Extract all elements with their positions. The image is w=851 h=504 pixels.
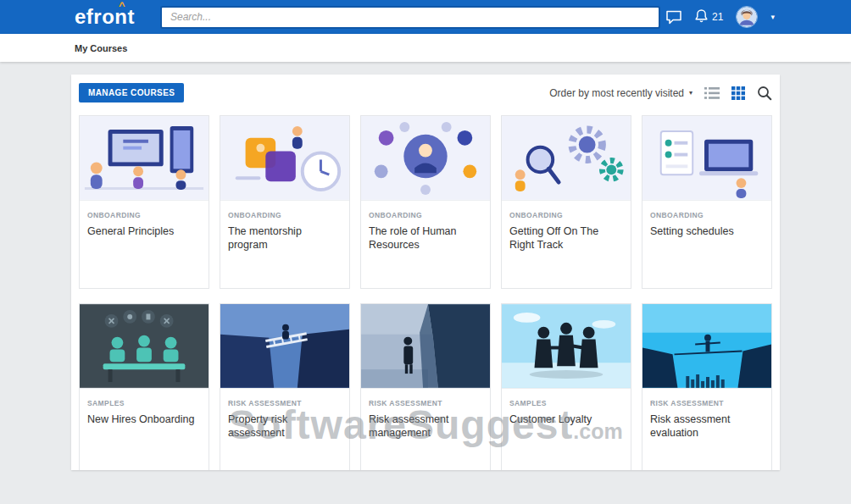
course-card[interactable]: RISK ASSESSMENTProperty risk assessment bbox=[220, 303, 350, 470]
manage-courses-button[interactable]: MANAGE COURSES bbox=[79, 83, 184, 102]
notification-count: 21 bbox=[712, 11, 723, 23]
course-category: ONBOARDING bbox=[650, 211, 764, 219]
top-bar: efront ^ 21 ▾ bbox=[0, 0, 851, 34]
page: efront ^ 21 ▾ My Courses bbox=[0, 0, 851, 504]
course-title[interactable]: Customer Loyalty bbox=[509, 413, 623, 427]
course-thumbnail[interactable] bbox=[80, 304, 209, 389]
course-card[interactable]: ONBOARDINGSetting schedules bbox=[642, 115, 772, 289]
course-card-body: RISK ASSESSMENTProperty risk assessment bbox=[220, 389, 349, 440]
course-title[interactable]: Setting schedules bbox=[650, 225, 764, 239]
course-thumbnail[interactable] bbox=[642, 304, 771, 389]
course-title[interactable]: The mentorship program bbox=[228, 225, 342, 252]
chevron-down-icon: ▾ bbox=[689, 89, 692, 97]
list-view-icon[interactable] bbox=[704, 87, 720, 99]
course-card-body: RISK ASSESSMENTRisk assessment evaluatio… bbox=[642, 389, 771, 440]
search-input[interactable] bbox=[160, 6, 660, 29]
course-grid: ONBOARDINGGeneral PrinciplesONBOARDINGTh… bbox=[71, 115, 780, 470]
course-card-body: SAMPLESCustomer Loyalty bbox=[502, 389, 631, 427]
efront-logo[interactable]: efront ^ bbox=[75, 5, 135, 29]
course-thumbnail[interactable] bbox=[80, 116, 209, 201]
course-card-body: ONBOARDINGThe role of Human Resources bbox=[361, 201, 490, 252]
search-icon[interactable] bbox=[757, 86, 772, 101]
logo-accent: ^ bbox=[119, 0, 125, 12]
page-title: My Courses bbox=[75, 43, 127, 53]
course-title[interactable]: The role of Human Resources bbox=[369, 225, 482, 252]
grid-view-icon[interactable] bbox=[731, 86, 745, 100]
course-card[interactable]: ONBOARDINGGetting Off On The Right Track bbox=[501, 115, 631, 289]
search-box bbox=[160, 6, 660, 29]
course-category: RISK ASSESSMENT bbox=[369, 399, 482, 407]
topbar-actions: 21 ▾ bbox=[665, 6, 775, 28]
course-thumbnail[interactable] bbox=[220, 116, 349, 201]
order-by-label: Order by most recently visited bbox=[549, 87, 684, 99]
notifications-button[interactable]: 21 bbox=[695, 8, 723, 26]
messages-icon[interactable] bbox=[665, 10, 682, 25]
courses-panel: MANAGE COURSES Order by most recently vi… bbox=[71, 75, 780, 470]
course-thumbnail[interactable] bbox=[642, 116, 771, 201]
course-card-body: ONBOARDINGGeneral Principles bbox=[80, 201, 209, 239]
course-category: ONBOARDING bbox=[509, 211, 623, 219]
bell-icon bbox=[695, 8, 708, 26]
course-card[interactable]: ONBOARDINGGeneral Principles bbox=[79, 115, 209, 289]
course-category: RISK ASSESSMENT bbox=[650, 399, 764, 407]
course-title[interactable]: Getting Off On The Right Track bbox=[509, 225, 623, 252]
course-title[interactable]: Property risk assessment bbox=[228, 413, 342, 440]
course-title[interactable]: New Hires Onboarding bbox=[87, 413, 201, 427]
course-category: SAMPLES bbox=[509, 399, 623, 407]
course-category: ONBOARDING bbox=[369, 211, 482, 219]
main-content: MANAGE COURSES Order by most recently vi… bbox=[0, 62, 851, 504]
course-thumbnail[interactable] bbox=[361, 116, 490, 201]
course-thumbnail[interactable] bbox=[502, 304, 631, 389]
course-category: SAMPLES bbox=[87, 399, 201, 407]
course-category: ONBOARDING bbox=[228, 211, 342, 219]
course-card[interactable]: SAMPLESNew Hires Onboarding bbox=[79, 303, 209, 470]
course-card-body: RISK ASSESSMENTRisk assessment managemen… bbox=[361, 389, 490, 440]
course-card-body: ONBOARDINGSetting schedules bbox=[642, 201, 771, 239]
chevron-down-icon[interactable]: ▾ bbox=[770, 13, 775, 21]
courses-toolbar: MANAGE COURSES Order by most recently vi… bbox=[71, 75, 780, 102]
order-by-dropdown[interactable]: Order by most recently visited ▾ bbox=[549, 87, 692, 99]
course-thumbnail[interactable] bbox=[502, 116, 631, 201]
course-card[interactable]: RISK ASSESSMENTRisk assessment managemen… bbox=[360, 303, 491, 470]
course-title[interactable]: Risk assessment evaluation bbox=[650, 413, 764, 440]
course-card[interactable]: RISK ASSESSMENTRisk assessment evaluatio… bbox=[642, 303, 772, 470]
course-category: RISK ASSESSMENT bbox=[228, 399, 342, 407]
course-card-body: ONBOARDINGGetting Off On The Right Track bbox=[502, 201, 631, 252]
toolbar-right: Order by most recently visited ▾ bbox=[549, 86, 772, 101]
course-category: ONBOARDING bbox=[87, 211, 201, 219]
avatar[interactable] bbox=[736, 6, 758, 28]
course-title[interactable]: Risk assessment management bbox=[369, 413, 482, 440]
course-card[interactable]: SAMPLESCustomer Loyalty bbox=[501, 303, 631, 470]
course-thumbnail[interactable] bbox=[220, 304, 349, 389]
logo-text: efront bbox=[75, 5, 135, 28]
sub-header: My Courses bbox=[0, 34, 851, 62]
course-card[interactable]: ONBOARDINGThe role of Human Resources bbox=[360, 115, 491, 289]
course-card-body: ONBOARDINGThe mentorship program bbox=[220, 201, 349, 252]
course-card[interactable]: ONBOARDINGThe mentorship program bbox=[220, 115, 350, 289]
course-title[interactable]: General Principles bbox=[87, 225, 201, 239]
course-thumbnail[interactable] bbox=[361, 304, 490, 389]
course-card-body: SAMPLESNew Hires Onboarding bbox=[80, 389, 209, 427]
